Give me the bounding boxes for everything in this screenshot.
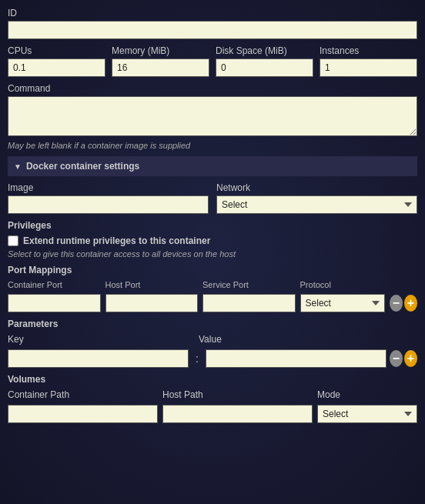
cpus-input[interactable] <box>8 58 105 77</box>
param-headers-row: Key Value <box>8 334 417 347</box>
mode-select[interactable]: Select RW RO <box>317 405 417 423</box>
network-select-wrapper: Select <box>216 195 417 214</box>
command-hint: May be left blank if a container image i… <box>8 141 417 150</box>
command-section: Command May be left blank if a container… <box>8 83 417 150</box>
parameters-section: Parameters Key Value : − + <box>8 319 417 368</box>
memory-input[interactable] <box>112 58 209 77</box>
container-path-input[interactable] <box>8 405 158 423</box>
port-remove-button[interactable]: − <box>390 295 403 312</box>
id-input[interactable] <box>8 21 417 39</box>
service-port-input[interactable] <box>202 294 296 312</box>
docker-section-header[interactable]: ▼ Docker container settings <box>8 156 417 176</box>
host-port-label: Host Port <box>105 280 199 289</box>
instances-input[interactable] <box>320 58 417 77</box>
container-path-label: Container Path <box>8 389 158 400</box>
protocol-select[interactable]: Select tcp udp <box>300 294 385 312</box>
diskspace-input[interactable] <box>216 58 313 77</box>
command-label: Command <box>8 83 417 94</box>
instances-label: Instances <box>320 45 417 56</box>
port-mappings-section: Port Mappings Container Port Host Port S… <box>8 265 417 312</box>
port-mappings-title: Port Mappings <box>8 265 417 275</box>
resource-row: CPUs Memory (MiB) Disk Space (MiB) Insta… <box>8 45 417 77</box>
volumes-headers-row: Container Path Host Path Mode <box>8 389 417 402</box>
network-col: Network Select <box>216 182 417 214</box>
network-label: Network <box>216 182 417 193</box>
docker-section-label: Docker container settings <box>26 161 139 172</box>
colon-separator: : <box>192 352 202 365</box>
host-port-input[interactable] <box>105 294 199 312</box>
extend-privileges-label: Extend runtime privileges to this contai… <box>23 235 210 246</box>
image-col: Image <box>8 182 209 214</box>
container-port-label: Container Port <box>8 280 101 289</box>
param-add-button[interactable]: + <box>404 350 417 367</box>
memory-col: Memory (MiB) <box>112 45 209 77</box>
mode-col: Select RW RO <box>317 405 417 423</box>
extend-privileges-checkbox[interactable] <box>8 235 18 246</box>
param-action-btns: − + <box>390 350 417 367</box>
command-textarea[interactable] <box>8 96 417 136</box>
privileges-title: Privileges <box>8 220 417 231</box>
port-add-button[interactable]: + <box>404 295 417 312</box>
image-network-row: Image Network Select <box>8 182 417 214</box>
param-remove-button[interactable]: − <box>390 350 403 367</box>
memory-label: Memory (MiB) <box>112 45 209 56</box>
value-label: Value <box>199 334 417 345</box>
param-inputs-row: : − + <box>8 349 417 368</box>
port-headers-row: Container Port Host Port Service Port Pr… <box>8 280 417 292</box>
extend-privileges-row: Extend runtime privileges to this contai… <box>8 235 417 246</box>
privileges-section: Privileges Extend runtime privileges to … <box>8 220 417 259</box>
key-label: Key <box>8 334 194 345</box>
mode-label-header: Mode <box>317 389 417 400</box>
id-section: ID <box>8 8 417 39</box>
port-action-spacer <box>390 280 417 292</box>
image-input[interactable] <box>8 195 209 214</box>
diskspace-label: Disk Space (MiB) <box>216 45 313 56</box>
instances-col: Instances <box>320 45 417 77</box>
cpus-col: CPUs <box>8 45 105 77</box>
mode-select-wrapper: Select RW RO <box>317 405 417 423</box>
protocol-label: Protocol <box>300 280 385 289</box>
volumes-title: Volumes <box>8 374 417 385</box>
id-label: ID <box>8 8 417 18</box>
port-action-btns: − + <box>390 295 417 312</box>
value-input[interactable] <box>206 349 387 368</box>
cpus-label: CPUs <box>8 45 105 56</box>
image-label: Image <box>8 182 209 193</box>
chevron-down-icon: ▼ <box>14 162 22 171</box>
privileges-hint: Select to give this container access to … <box>8 249 417 259</box>
host-path-input[interactable] <box>162 405 313 423</box>
port-inputs-row: Select tcp udp − + <box>8 294 417 312</box>
network-select[interactable]: Select <box>216 195 417 214</box>
protocol-select-wrapper: Select tcp udp <box>300 294 385 312</box>
volumes-section: Volumes Container Path Host Path Mode Se… <box>8 374 417 423</box>
key-input[interactable] <box>8 349 189 368</box>
volumes-inputs-row: Select RW RO <box>8 405 417 423</box>
diskspace-col: Disk Space (MiB) <box>216 45 313 77</box>
service-port-label: Service Port <box>202 280 296 289</box>
host-path-label: Host Path <box>162 389 313 400</box>
parameters-title: Parameters <box>8 319 417 329</box>
container-port-input[interactable] <box>8 294 101 312</box>
